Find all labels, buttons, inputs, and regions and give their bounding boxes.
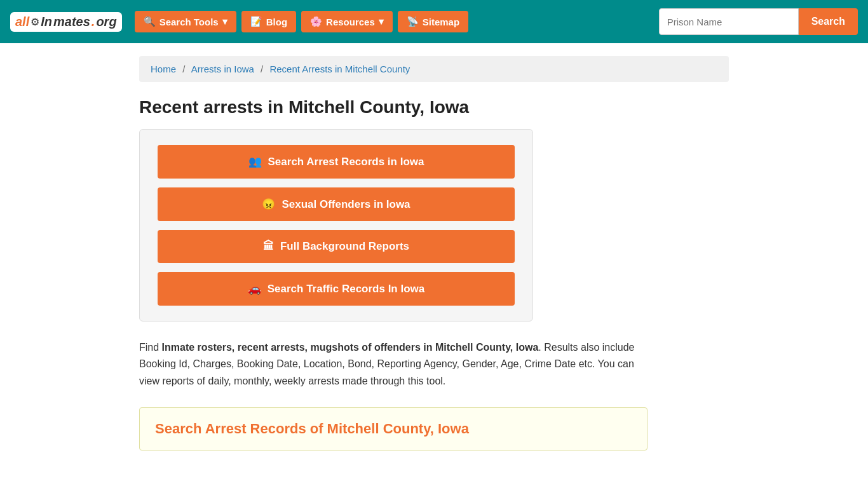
logo[interactable]: all ⚙ In mates . org (10, 12, 122, 32)
logo-gear-icon: ⚙ (31, 16, 39, 28)
background-reports-label: Full Background Reports (280, 240, 409, 253)
blog-label: Blog (266, 17, 287, 27)
people-icon: 👥 (248, 155, 262, 168)
main-content: Home / Arrests in Iowa / Recent Arrests … (129, 43, 739, 463)
sitemap-icon: 📡 (407, 16, 419, 27)
logo-dot: . (92, 15, 95, 29)
blog-button[interactable]: 📝 Blog (241, 11, 296, 32)
logo-text-all: all (15, 15, 29, 29)
action-buttons-box: 👥 Search Arrest Records in Iowa 😠 Sexual… (139, 129, 533, 322)
chevron-down-icon-resources: ▾ (379, 16, 384, 27)
resources-button[interactable]: 🌸 Resources ▾ (301, 11, 393, 32)
traffic-records-label: Search Traffic Records In Iowa (268, 283, 425, 295)
blog-icon: 📝 (250, 16, 262, 27)
prison-search-input[interactable] (659, 8, 799, 35)
search-tools-label: Search Tools (159, 17, 219, 27)
resources-label: Resources (326, 17, 375, 27)
sitemap-label: Sitemap (423, 17, 459, 27)
search-button-label: Search (811, 16, 845, 27)
logo-text-org: org (96, 15, 116, 29)
building-icon: 🏛 (263, 240, 274, 253)
logo-text-mates: mates (53, 15, 90, 29)
prison-search-group: Search (659, 8, 858, 35)
breadcrumb: Home / Arrests in Iowa / Recent Arrests … (139, 56, 729, 82)
background-reports-button[interactable]: 🏛 Full Background Reports (158, 230, 515, 263)
description-intro: Find (139, 342, 162, 353)
logo-text-in: In (41, 15, 52, 29)
search-section-title: Search Arrest Records of Mitchell County… (155, 421, 632, 437)
description-bold: Inmate rosters, recent arrests, mugshots… (162, 342, 539, 353)
main-nav: all ⚙ In mates . org 🔍 Search Tools ▾ 📝 … (0, 0, 868, 43)
breadcrumb-current: Recent Arrests in Mitchell County (269, 64, 410, 74)
prison-search-button[interactable]: Search (799, 8, 858, 35)
car-icon: 🚗 (248, 282, 261, 295)
sitemap-button[interactable]: 📡 Sitemap (398, 11, 468, 32)
offender-icon: 😠 (262, 198, 275, 211)
search-arrest-records-button[interactable]: 👥 Search Arrest Records in Iowa (158, 145, 515, 179)
search-arrest-records-label: Search Arrest Records in Iowa (268, 156, 424, 168)
resources-icon: 🌸 (310, 16, 322, 27)
breadcrumb-arrests-iowa[interactable]: Arrests in Iowa (191, 64, 254, 74)
search-section-box: Search Arrest Records of Mitchell County… (139, 407, 648, 451)
description-text: Find Inmate rosters, recent arrests, mug… (139, 339, 648, 390)
sexual-offenders-button[interactable]: 😠 Sexual Offenders in Iowa (158, 187, 515, 221)
sexual-offenders-label: Sexual Offenders in Iowa (281, 198, 410, 211)
page-title: Recent arrests in Mitchell County, Iowa (139, 97, 729, 118)
search-tools-button[interactable]: 🔍 Search Tools ▾ (135, 11, 236, 32)
breadcrumb-sep-2: / (261, 64, 263, 74)
breadcrumb-sep-1: / (182, 64, 185, 74)
chevron-down-icon: ▾ (222, 16, 227, 27)
breadcrumb-home[interactable]: Home (151, 64, 176, 74)
traffic-records-button[interactable]: 🚗 Search Traffic Records In Iowa (158, 272, 515, 306)
search-tools-icon: 🔍 (144, 16, 156, 27)
